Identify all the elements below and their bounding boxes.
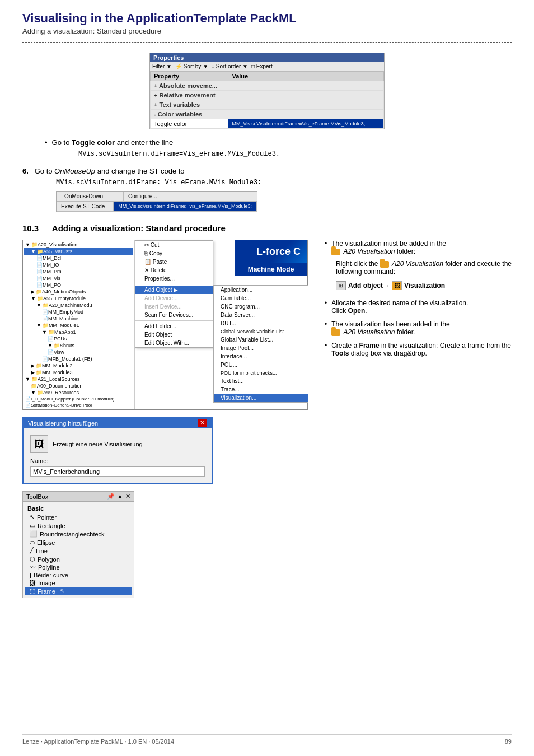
tree-item[interactable]: 📄 PCUs bbox=[24, 335, 133, 342]
table-row: - Color variables bbox=[151, 110, 384, 119]
tree-label: Shruts bbox=[60, 343, 74, 348]
submenu-pou-implicit[interactable]: POU for implicit checks... bbox=[214, 369, 308, 377]
tree-item[interactable]: ▼ 📁 A20_MachineModu bbox=[24, 302, 133, 309]
section-title: Adding a visualization: Standard procedu… bbox=[52, 223, 226, 233]
tree-item[interactable]: ▼ 📁 Shruts bbox=[24, 342, 133, 349]
toolbox-item-polygon[interactable]: ⬡ Polygon bbox=[25, 555, 132, 563]
folder-icon: 📁 bbox=[36, 289, 42, 295]
table-row: + Text variables bbox=[151, 100, 384, 110]
folder-icon: 📁 bbox=[37, 296, 43, 301]
context-edit-object[interactable]: Edit Object bbox=[135, 330, 213, 339]
tree-item[interactable]: 📄 Visw bbox=[24, 349, 133, 356]
expand-icon: ▼ bbox=[36, 302, 41, 308]
tree-item[interactable]: 📁 A00_Documentation bbox=[24, 382, 133, 389]
tree-item[interactable]: 📄 SoftMotion-General-Drive Pool bbox=[24, 402, 133, 408]
submenu-cam[interactable]: Cam table... bbox=[214, 294, 308, 302]
toolbox-expand-icon[interactable]: ▲ bbox=[117, 493, 123, 500]
submenu-cnc[interactable]: CNC program... bbox=[214, 302, 308, 311]
toolbox-item-polyline[interactable]: 〰 Polyline bbox=[25, 563, 132, 571]
toolbox-item-frame[interactable]: ⬚ Frame ↖ bbox=[25, 587, 132, 595]
tree-item[interactable]: ▼ 📁 A99_Resources bbox=[24, 389, 133, 396]
toolbox-item-bezier[interactable]: ∫ Béider curve bbox=[25, 571, 132, 579]
tree-label: MM_PO bbox=[43, 282, 61, 288]
submenu-interface[interactable]: Interface... bbox=[214, 352, 308, 361]
tree-item: ▼ 📁 A20_Visualisation bbox=[24, 241, 133, 248]
submenu-global-variable[interactable]: Global Variable List... bbox=[214, 335, 308, 344]
toolbox-item-image[interactable]: 🖼 Image bbox=[25, 579, 132, 587]
tree-item[interactable]: 📄 MM_Vis bbox=[24, 275, 133, 282]
submenu-global-network[interactable]: Global Network Variable List... bbox=[214, 328, 308, 335]
tree-item[interactable]: ▶ 📁 MM_Module2 bbox=[24, 362, 133, 369]
toolbox-item-pointer[interactable]: ↖ Pointer bbox=[25, 513, 132, 521]
tree-item[interactable]: ▼ 📁 MM_Module1 bbox=[24, 322, 133, 329]
submenu-text-list[interactable]: Text list... bbox=[214, 377, 308, 385]
submenu-data-server[interactable]: Data Server... bbox=[214, 311, 308, 319]
toolbox-item-rectangle[interactable]: ▭ Rectangle bbox=[25, 521, 132, 530]
context-add-object[interactable]: Add Object ▶ bbox=[135, 286, 213, 294]
context-scan-devices[interactable]: Scan For Devices... bbox=[135, 311, 213, 319]
toolbox-section-basic: Basic bbox=[25, 504, 132, 513]
bullet-symbol: • bbox=[325, 320, 327, 328]
tree-item[interactable]: 📄 MFB_Module1 (FB) bbox=[24, 356, 133, 362]
toolbox-item-label: Roundrectangleechteck bbox=[40, 531, 105, 538]
toolbox-pin-icon[interactable]: 📌 bbox=[107, 493, 115, 500]
tree-label: MFB_Module1 (FB) bbox=[48, 356, 92, 362]
roundrect-icon: ⬜ bbox=[30, 530, 38, 538]
context-delete[interactable]: ✕ Delete bbox=[135, 266, 213, 274]
toolbox-close-icon[interactable]: ✕ bbox=[125, 493, 130, 500]
context-menu-container: ✂ Cut ⎘ Copy 📋 Paste ✕ Delete Properties… bbox=[135, 240, 213, 409]
tree-item[interactable]: ▶ 📁 A40_MotionObjects bbox=[24, 288, 133, 295]
left-column: ▼ 📁 A20_Visualisation ▼ 📁 A55_VarUsts 📄 … bbox=[22, 240, 313, 598]
tree-label: A55_EmptyModule bbox=[43, 296, 86, 301]
context-add-folder[interactable]: Add Folder... bbox=[135, 322, 213, 330]
separator bbox=[135, 320, 213, 321]
toolbox-item-roundrect[interactable]: ⬜ Roundrectangleechteck bbox=[25, 530, 132, 538]
tree-item[interactable]: 📄 MM_Dcl bbox=[24, 255, 133, 262]
toolbox-item-line[interactable]: ╱ Line bbox=[25, 547, 132, 555]
submenu-trace[interactable]: Trace... bbox=[214, 385, 308, 394]
two-col-layout: ▼ 📁 A20_Visualisation ▼ 📁 A55_VarUsts 📄 … bbox=[22, 240, 512, 598]
context-cut[interactable]: ✂ Cut bbox=[135, 241, 213, 249]
tree-item[interactable]: ▼ 📁 A55_VarUsts bbox=[24, 248, 133, 255]
tree-item[interactable]: ▼ 📁 A21_LocalSources bbox=[24, 376, 133, 382]
add-object-icon: ⊞ bbox=[336, 281, 346, 290]
right-text-3: The visualization has been added in the … bbox=[331, 320, 449, 336]
tree-label: A00_Documentation bbox=[37, 383, 83, 389]
context-menu: ✂ Cut ⎘ Copy 📋 Paste ✕ Delete Properties… bbox=[135, 240, 213, 348]
right-text-1: The visualization must be added in the A… bbox=[331, 240, 446, 255]
context-properties[interactable]: Properties... bbox=[135, 274, 213, 283]
file-icon: 📄 bbox=[48, 336, 54, 342]
tree-item[interactable]: 📄 MM_Machine bbox=[24, 315, 133, 322]
file-icon: 📄 bbox=[36, 255, 43, 261]
tree-item[interactable]: 📄 I_O_Modul_Koppler (Coupler I/O modulis… bbox=[24, 396, 133, 402]
right-column: • The visualization must be added in the… bbox=[325, 240, 512, 362]
table-row: + Absolute moveme... bbox=[151, 81, 384, 91]
submenu-pou[interactable]: POU... bbox=[214, 361, 308, 369]
tree-item[interactable]: 📄 MM_IO bbox=[24, 262, 133, 268]
dialog-close-button[interactable]: ✕ bbox=[198, 419, 207, 427]
context-copy[interactable]: ⎘ Copy bbox=[135, 249, 213, 258]
submenu-image-pool[interactable]: Image Pool... bbox=[214, 344, 308, 352]
page-title: Visualising in the ApplicationTemplate P… bbox=[22, 11, 512, 26]
tree-item[interactable]: 📄 MM_PO bbox=[24, 282, 133, 288]
folder-icon: 📁 bbox=[31, 376, 38, 382]
submenu-visualization[interactable]: Visualization... bbox=[214, 394, 308, 402]
submenu-dut[interactable]: DUT... bbox=[214, 319, 308, 328]
properties-table: Property Value + Absolute moveme... + Re… bbox=[150, 71, 384, 129]
tree-label: MM_Machine bbox=[48, 316, 78, 321]
context-paste[interactable]: 📋 Paste bbox=[135, 258, 213, 266]
tree-item[interactable]: ▶ 📁 MM_Module3 bbox=[24, 369, 133, 376]
submenu-application[interactable]: Application... bbox=[214, 286, 308, 294]
right-sub-1: Right-click the A20 Visualisation folder… bbox=[336, 260, 512, 276]
file-icon: 📄 bbox=[42, 316, 48, 321]
folder-icon: 📁 bbox=[54, 343, 60, 348]
dialog-name-input[interactable] bbox=[30, 466, 205, 477]
tree-item[interactable]: ▼ 📁 A55_EmptyModule bbox=[24, 295, 133, 302]
context-edit-object-with[interactable]: Edit Object With... bbox=[135, 339, 213, 347]
toolbox-item-ellipse[interactable]: ⬭ Ellipse bbox=[25, 538, 132, 547]
tree-item[interactable]: 📄 MM_Pm bbox=[24, 268, 133, 275]
tree-label: A40_MotionObjects bbox=[42, 289, 86, 295]
tree-label: A99_Resources bbox=[43, 390, 79, 395]
tree-item[interactable]: 📄 MM_EmptyMod bbox=[24, 309, 133, 315]
tree-item[interactable]: ▼ 📁 MapApp1 bbox=[24, 329, 133, 335]
